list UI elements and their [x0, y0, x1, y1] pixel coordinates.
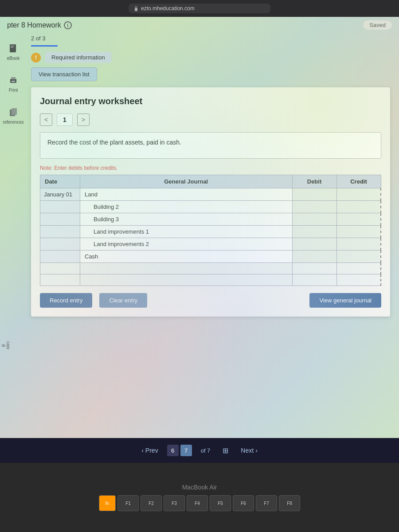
- table-row-credit-4[interactable]: [336, 238, 381, 250]
- svg-rect-5: [11, 77, 16, 79]
- table-row-date-7: [40, 274, 80, 286]
- next-label: Next: [241, 447, 254, 454]
- bottom-navigation: ‹ Prev 6 7 of 7 ⊞ Next ›: [0, 438, 399, 463]
- f7-key[interactable]: F7: [256, 495, 277, 511]
- table-row-debit-4[interactable]: [292, 238, 336, 250]
- record-entry-button[interactable]: Record entry: [40, 293, 92, 308]
- fn-key[interactable]: fn: [99, 495, 116, 511]
- prev-page-button[interactable]: <: [40, 113, 52, 126]
- table-row-account-6: [80, 263, 293, 274]
- table-row-account-2[interactable]: Building 3: [80, 213, 293, 226]
- macbook-label: MacBook Air: [182, 484, 217, 491]
- action-buttons: Record entry Clear entry View general jo…: [40, 293, 381, 308]
- header-debit: Debit: [292, 175, 336, 188]
- alert-icon: !: [31, 53, 41, 63]
- f3-key[interactable]: F3: [164, 495, 185, 511]
- info-icon[interactable]: i: [64, 21, 72, 29]
- svg-rect-8: [12, 108, 17, 115]
- table-row-date-5: [40, 250, 80, 263]
- table-row-date-0: January 01: [40, 188, 80, 201]
- page-num-7[interactable]: 7: [180, 445, 192, 456]
- title-text: pter 8 Homework: [7, 21, 61, 29]
- browser-url: ezto.mheducation.com: [129, 4, 270, 13]
- grid-icon[interactable]: ⊞: [223, 446, 228, 455]
- table-row-account-4[interactable]: Land improvements 2: [80, 238, 293, 250]
- required-info-row: ! Required information: [31, 52, 390, 63]
- table-row-credit-1[interactable]: [336, 201, 381, 213]
- header-general-journal: General Journal: [80, 175, 293, 188]
- ebook-label: eBook: [7, 56, 20, 61]
- of-total-text: of 7: [201, 447, 211, 454]
- homework-title: pter 8 Homework i: [7, 21, 72, 29]
- view-transaction-button[interactable]: View transaction list: [31, 67, 97, 81]
- header-credit: Credit: [336, 175, 381, 188]
- print-icon: [7, 74, 20, 86]
- prev-button[interactable]: ‹ Prev: [141, 447, 158, 454]
- saved-badge: Saved: [363, 20, 392, 30]
- table-row-account-0[interactable]: Land: [80, 188, 293, 201]
- worksheet-title: Journal entry worksheet: [40, 96, 381, 106]
- table-row-debit-0[interactable]: [292, 188, 336, 201]
- table-row-credit-3[interactable]: [336, 226, 381, 238]
- table-row-credit-0[interactable]: [336, 188, 381, 201]
- table-row-debit-2[interactable]: [292, 213, 336, 226]
- table-row-account-1[interactable]: Building 2: [80, 201, 293, 213]
- table-row-account-5[interactable]: Cash: [80, 250, 293, 263]
- side-label: cawill: [1, 341, 11, 349]
- f8-key[interactable]: F8: [279, 495, 300, 511]
- table-row-debit-3[interactable]: [292, 226, 336, 238]
- page-num-6[interactable]: 6: [167, 445, 179, 456]
- next-button[interactable]: Next ›: [241, 447, 257, 454]
- sidebar-item-print[interactable]: Print: [7, 74, 20, 93]
- table-row-debit-7[interactable]: [292, 274, 336, 286]
- book-icon: [7, 42, 20, 55]
- top-bar: pter 8 Homework i Saved: [0, 17, 399, 33]
- references-label: references: [3, 120, 23, 125]
- table-row-date-4: [40, 238, 80, 250]
- prev-label: Prev: [145, 447, 158, 454]
- next-page-button[interactable]: >: [77, 113, 90, 126]
- svg-rect-0: [135, 8, 137, 11]
- instruction-text: Record the cost of the plant assets, pai…: [47, 139, 181, 146]
- header-date: Date: [40, 175, 80, 188]
- table-row-credit-2[interactable]: [336, 213, 381, 226]
- url-text: ezto.mheducation.com: [141, 5, 195, 12]
- table-row-credit-6[interactable]: [336, 263, 381, 274]
- clear-entry-button[interactable]: Clear entry: [99, 293, 147, 308]
- current-page-num: 1: [57, 113, 73, 126]
- page-indicator-bar: [31, 45, 58, 47]
- f1-key[interactable]: F1: [117, 495, 139, 511]
- table-row-account-3[interactable]: Land improvements 1: [80, 226, 293, 238]
- page-background: pter 8 Homework i Saved: [0, 17, 399, 438]
- f2-key[interactable]: F2: [141, 495, 162, 511]
- table-row-date-2: [40, 213, 80, 226]
- table-row-credit-7[interactable]: [336, 274, 381, 286]
- table-row-account-7: [80, 274, 293, 286]
- table-row-debit-6[interactable]: [292, 263, 336, 274]
- table-row-credit-5[interactable]: [336, 250, 381, 263]
- keyboard-row: fn F1 F2 F3 F4 F5 F6 F7 F8: [99, 495, 300, 511]
- svg-rect-6: [12, 81, 15, 82]
- sidebar-item-ebook[interactable]: eBook: [7, 42, 20, 61]
- worksheet-card: Journal entry worksheet < 1 > Record the…: [31, 87, 390, 317]
- f5-key[interactable]: F5: [210, 495, 231, 511]
- table-row-debit-1[interactable]: [292, 201, 336, 213]
- f4-key[interactable]: F4: [187, 495, 208, 511]
- view-general-journal-button[interactable]: View general journal: [309, 293, 381, 308]
- svg-rect-2: [11, 46, 14, 47]
- copy-icon: [7, 106, 20, 118]
- keyboard-area: MacBook Air fn F1 F2 F3 F4 F5 F6 F7 F8: [0, 463, 399, 532]
- table-row-debit-5[interactable]: [292, 250, 336, 263]
- table-row-date-3: [40, 226, 80, 238]
- instruction-box: Record the cost of the plant assets, pai…: [40, 132, 381, 159]
- sidebar: eBook Print: [0, 33, 27, 415]
- svg-rect-3: [11, 47, 13, 48]
- table-row-date-1: [40, 201, 80, 213]
- sidebar-item-references[interactable]: references: [3, 106, 23, 125]
- note-text: Note: Enter debits before credits.: [40, 165, 381, 171]
- main-content: 2 of 3 ! Required information View trans…: [27, 33, 399, 415]
- required-info-button[interactable]: Required information: [45, 52, 111, 63]
- worksheet-nav: < 1 >: [40, 113, 381, 126]
- f6-key[interactable]: F6: [233, 495, 254, 511]
- page-indicator: 2 of 3: [31, 35, 390, 42]
